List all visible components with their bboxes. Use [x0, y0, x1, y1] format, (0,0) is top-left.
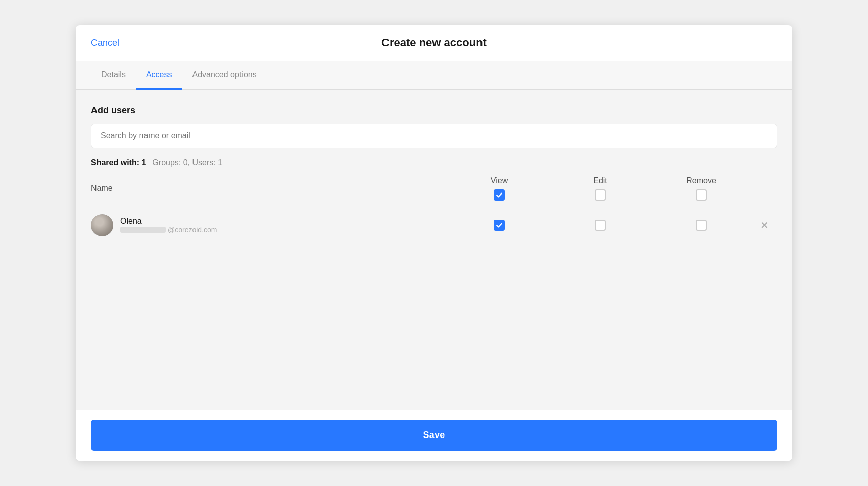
search-input[interactable] — [91, 124, 777, 148]
modal-container: Cancel Create new account Details Access… — [76, 25, 792, 461]
user-edit-checkbox-cell — [550, 220, 651, 231]
header-view-checkbox[interactable] — [494, 189, 505, 201]
header-edit-checkbox[interactable] — [595, 189, 606, 201]
tab-advanced[interactable]: Advanced options — [182, 61, 266, 90]
groups-users-count: Groups: 0, Users: 1 — [152, 158, 222, 167]
tab-details[interactable]: Details — [91, 61, 136, 90]
table-row: Olena @corezoid.com — [91, 209, 777, 241]
modal-content: Add users Shared with: 1 Groups: 0, User… — [76, 90, 792, 410]
email-redacted — [120, 227, 166, 233]
col-header-name: Name — [91, 184, 449, 193]
user-email: @corezoid.com — [120, 226, 217, 234]
user-remove-checkbox-cell — [651, 220, 752, 231]
table-divider — [91, 207, 777, 207]
cancel-button[interactable]: Cancel — [91, 38, 119, 48]
col-header-remove: Remove — [651, 176, 752, 201]
access-table: Name View Edit — [91, 172, 777, 241]
tab-access[interactable]: Access — [136, 61, 182, 90]
user-name: Olena — [120, 217, 217, 226]
tabs-bar: Details Access Advanced options — [76, 61, 792, 90]
avatar — [91, 214, 113, 236]
modal-header: Cancel Create new account — [76, 25, 792, 61]
user-details: Olena @corezoid.com — [120, 217, 217, 234]
user-info: Olena @corezoid.com — [91, 214, 449, 236]
user-edit-checkbox[interactable] — [595, 220, 606, 231]
table-header-row: Name View Edit — [91, 172, 777, 205]
shared-count: Shared with: 1 — [91, 158, 146, 167]
modal-footer: Save — [76, 410, 792, 461]
col-header-view: View — [449, 176, 550, 201]
header-remove-checkbox[interactable] — [696, 189, 707, 201]
shared-info-row: Shared with: 1 Groups: 0, Users: 1 — [91, 158, 777, 167]
save-button[interactable]: Save — [91, 420, 777, 451]
modal-title: Create new account — [381, 36, 487, 50]
remove-user-button[interactable]: ✕ — [752, 219, 777, 231]
user-remove-checkbox[interactable] — [696, 220, 707, 231]
col-header-edit: Edit — [550, 176, 651, 201]
user-view-checkbox-cell — [449, 220, 550, 231]
user-view-checkbox[interactable] — [494, 220, 505, 231]
section-title: Add users — [91, 105, 777, 116]
